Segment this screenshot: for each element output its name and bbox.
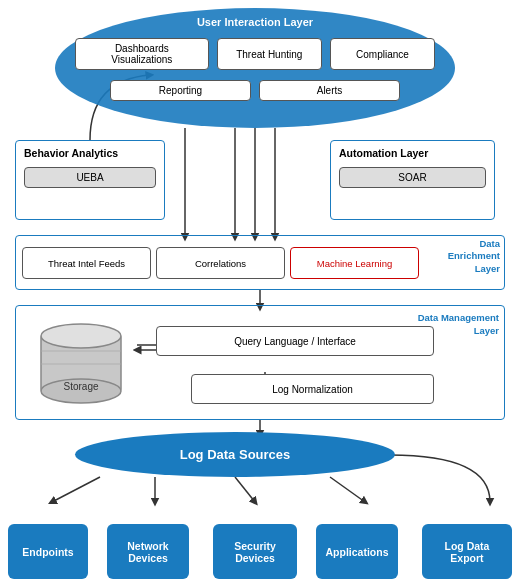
data-enrichment-layer: DataEnrichmentLayer Threat Intel Feeds C… — [15, 235, 505, 290]
data-enrichment-label: DataEnrichmentLayer — [448, 238, 500, 275]
security-devices-button: SecurityDevices — [213, 524, 297, 579]
network-devices-button: NetworkDevices — [107, 524, 189, 579]
reporting-box: Reporting — [110, 80, 251, 101]
dashboards-box: DashboardsVisualizations — [75, 38, 209, 70]
soar-box: SOAR — [339, 167, 486, 188]
log-data-sources-ellipse: Log Data Sources — [75, 432, 395, 477]
svg-line-6 — [52, 477, 100, 502]
applications-button: Applications — [316, 524, 398, 579]
ueba-box: UEBA — [24, 167, 156, 188]
log-data-sources-label: Log Data Sources — [180, 447, 291, 462]
data-management-layer: Data ManagementLayer Storage Query Langu… — [15, 305, 505, 420]
query-language-box: Query Language / Interface — [156, 326, 434, 356]
alerts-box: Alerts — [259, 80, 400, 101]
log-normalization-box: Log Normalization — [191, 374, 434, 404]
endpoints-button: Endpoints — [8, 524, 88, 579]
automation-layer-label: Automation Layer — [331, 141, 494, 167]
svg-point-14 — [41, 324, 121, 348]
diagram: User Interaction Layer DashboardsVisuali… — [0, 0, 525, 587]
storage-label: Storage — [36, 381, 126, 392]
threat-intel-feeds-box: Threat Intel Feeds — [22, 247, 151, 279]
user-interaction-layer: User Interaction Layer DashboardsVisuali… — [55, 8, 455, 128]
svg-line-8 — [235, 477, 255, 502]
storage-cylinder: Storage — [36, 316, 126, 406]
automation-layer-box: Automation Layer SOAR — [330, 140, 495, 220]
correlations-box: Correlations — [156, 247, 285, 279]
threat-hunting-box: Threat Hunting — [217, 38, 322, 70]
machine-learning-box: Machine Learning — [290, 247, 419, 279]
log-data-export-button: Log DataExport — [422, 524, 512, 579]
behavior-analytics-label: Behavior Analytics — [16, 141, 164, 167]
user-interaction-label: User Interaction Layer — [55, 16, 455, 28]
compliance-box: Compliance — [330, 38, 435, 70]
svg-line-9 — [330, 477, 365, 502]
behavior-analytics-box: Behavior Analytics UEBA — [15, 140, 165, 220]
